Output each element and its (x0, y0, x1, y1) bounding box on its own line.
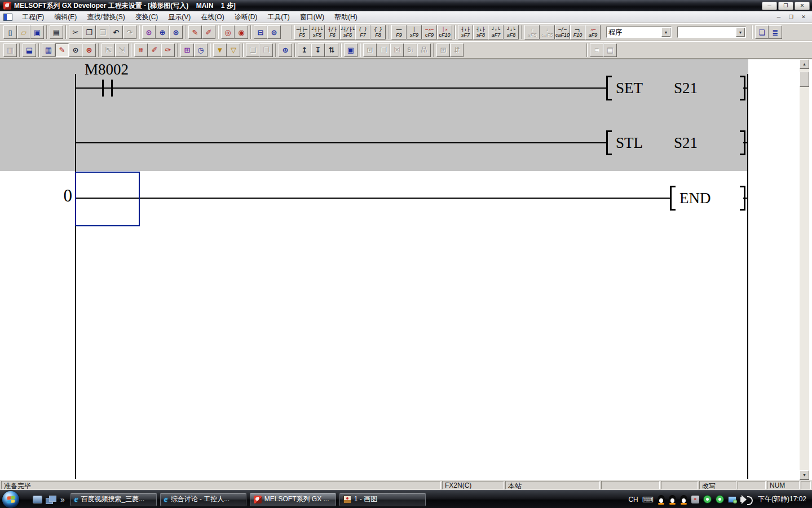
sfc-error-icon[interactable]: ☒ (390, 43, 404, 57)
ladder-cursor[interactable] (75, 172, 140, 226)
zoom-instruction-icon[interactable]: ◉ (235, 25, 248, 39)
write-mode-icon[interactable]: ✎ (55, 43, 69, 57)
qq-tray-icon[interactable] (669, 495, 676, 504)
green-app-tray-icon[interactable] (716, 495, 724, 503)
insert-window-icon[interactable]: ⊟ (254, 25, 267, 39)
line-insert-icon[interactable]: ↥ (298, 43, 311, 57)
menu-help[interactable]: 帮助(H) (329, 11, 363, 23)
close-button[interactable]: ✕ (795, 2, 810, 10)
ladder-vline-button[interactable]: │sF9 (407, 25, 422, 40)
find-icon[interactable]: ⊙ (142, 25, 156, 39)
ladder-coil-button[interactable]: ( )F7 (355, 25, 370, 40)
show-desktop-icon[interactable] (33, 496, 42, 503)
menu-view[interactable]: 显示(V) (163, 11, 196, 23)
ladder-editor[interactable]: M8002 SET S21 STL S21 0 END ▲ ▼ (0, 59, 812, 480)
device-clock-icon[interactable]: ◷ (194, 43, 208, 57)
ladder-open-contact-button[interactable]: ─┤├─F5 (294, 25, 310, 40)
combo-dropdown-icon[interactable]: ▼ (736, 28, 745, 37)
ladder-hline-button[interactable]: ──F9 (391, 25, 407, 40)
ladder-rising-pulse-button[interactable]: ┤↑├sF7 (458, 25, 473, 40)
label-statement-icon[interactable]: ▼ (213, 43, 227, 57)
replace-instruction-icon[interactable]: ✐ (202, 25, 215, 39)
read-mode-icon[interactable]: ▦ (42, 43, 55, 57)
ladder-rising-pulse-branch-button[interactable]: ┘↑└aF7 (488, 25, 504, 40)
menu-find-replace[interactable]: 查找/替换(S) (82, 11, 130, 23)
paste-icon[interactable]: ❒ (96, 25, 109, 39)
sfc-grid-icon[interactable]: ⊞ (436, 43, 450, 57)
child-close-button[interactable]: ✕ (797, 13, 810, 21)
taskbar-item-paint[interactable]: 1 - 画图 (339, 493, 426, 506)
child-restore-button[interactable]: ❐ (785, 13, 797, 21)
ladder-closed-branch-button[interactable]: ┘┤/├└sF6 (340, 25, 355, 40)
monitor-write-mode-icon[interactable]: ⊛ (82, 43, 96, 57)
device-batch-monitor-icon[interactable]: ⊞ (180, 43, 194, 57)
volume-tray-icon[interactable] (740, 497, 743, 502)
open-project-icon[interactable]: ▱ (17, 25, 30, 39)
copy-icon[interactable]: ❐ (82, 25, 96, 39)
plc-read-icon[interactable]: ⇱ (102, 43, 115, 57)
scroll-down-icon[interactable]: ▼ (800, 470, 809, 480)
scroll-up-icon[interactable]: ▲ (800, 59, 809, 69)
network-tray-icon[interactable] (728, 496, 736, 503)
start-button[interactable] (2, 491, 19, 508)
menu-convert[interactable]: 变换(C) (130, 11, 164, 23)
taskbar-item-forum[interactable]: e 综合讨论 - 工控人... (160, 493, 246, 506)
instruction-stl-s21[interactable]: STL S21 (606, 130, 745, 155)
zoom-device-icon[interactable]: ◎ (221, 25, 235, 39)
ladder-up-button[interactable]: ↑aF5 (524, 25, 540, 40)
taskbar-clock[interactable]: 下午(郭静)17:02 (758, 494, 806, 504)
find-contact-coil-icon[interactable]: ⌗ (134, 43, 148, 57)
vertical-scrollbar[interactable]: ▲ ▼ (800, 59, 809, 480)
offline-tray-icon[interactable]: ✕ (691, 496, 699, 503)
instruction-set-s21[interactable]: SET S21 (606, 76, 745, 100)
quicklaunch-chevron-icon[interactable]: » (60, 495, 65, 504)
child-minimize-button[interactable]: ─ (773, 13, 785, 21)
undo-icon[interactable]: ↶ (109, 25, 123, 39)
ladder-delete-line-button[interactable]: ✕─aF9 (585, 25, 601, 40)
keyboard-layout-icon[interactable]: ⌨ (642, 495, 654, 504)
plc-write-icon[interactable]: ⇲ (115, 43, 129, 57)
world-search-icon[interactable]: ⊕ (279, 43, 292, 57)
menu-project[interactable]: 工程(F) (17, 11, 49, 23)
ladder-falling-pulse-button[interactable]: ┤↓├sF8 (473, 25, 488, 40)
project-data-list-icon[interactable]: ▥ (3, 43, 17, 57)
macro-icon[interactable]: ≡ (590, 43, 603, 57)
ladder-application-instruction-button[interactable]: { }F8 (370, 25, 386, 40)
restore-button[interactable]: ❐ (778, 2, 793, 10)
ladder-delete-hline-button[interactable]: ─✕─cF9 (422, 25, 437, 40)
print-icon[interactable]: ▤ (50, 25, 63, 39)
ladder-falling-pulse-branch-button[interactable]: ┘↓└aF8 (504, 25, 519, 40)
child-window-icon[interactable] (3, 14, 12, 21)
window-tile-icon[interactable]: ❐ (259, 43, 273, 57)
line-delete-icon[interactable]: ↧ (311, 43, 325, 57)
new-project-icon[interactable]: ▯ (3, 25, 17, 39)
find-device-icon[interactable]: ⊕ (156, 25, 169, 39)
sfc-copy-icon[interactable]: ❒ (377, 43, 390, 57)
parameter-tree-icon[interactable]: ≣ (769, 25, 782, 39)
green-app-tray-icon[interactable] (703, 495, 712, 503)
cut-icon[interactable]: ✂ (69, 25, 82, 39)
menu-tools[interactable]: 工具(T) (262, 11, 294, 23)
program-check-icon[interactable]: ▤ (603, 43, 617, 57)
ladder-delete-vline-button[interactable]: │✕cF10 (437, 25, 452, 40)
cross-reference-icon[interactable]: ⊜ (267, 25, 281, 39)
document-check-icon[interactable]: ❏ (755, 25, 769, 39)
ladder-down-button[interactable]: ↓caF5 (540, 25, 555, 40)
sfc-block-list-icon[interactable]: 品 (417, 43, 431, 57)
menu-window[interactable]: 窗口(W) (295, 11, 329, 23)
taskbar-item-baidu-video[interactable]: e 百度视频搜索_三菱... (70, 493, 157, 506)
monitor-mode-icon[interactable]: ⊙ (69, 43, 82, 57)
sfc-step-number-icon[interactable]: S↓ (404, 43, 417, 57)
qq-tray-icon[interactable] (680, 495, 687, 504)
ladder-open-branch-button[interactable]: ┘┤├└sF5 (310, 25, 325, 40)
statement-edit-icon[interactable]: ✐ (148, 43, 161, 57)
menu-online[interactable]: 在线(O) (196, 11, 229, 23)
scrollbar-thumb[interactable] (800, 72, 809, 87)
window-switcher-icon[interactable] (46, 496, 56, 503)
monitor-window-icon[interactable]: ▣ (344, 43, 358, 57)
taskbar-item-gx-developer[interactable]: MELSOFT系列 GX ... (250, 493, 336, 506)
menu-diagnostics[interactable]: 诊断(D) (230, 11, 263, 23)
menu-edit[interactable]: 编辑(E) (49, 11, 82, 23)
window-cascade-icon[interactable]: ❏ (246, 43, 259, 57)
replace-device-icon[interactable]: ✎ (188, 25, 202, 39)
